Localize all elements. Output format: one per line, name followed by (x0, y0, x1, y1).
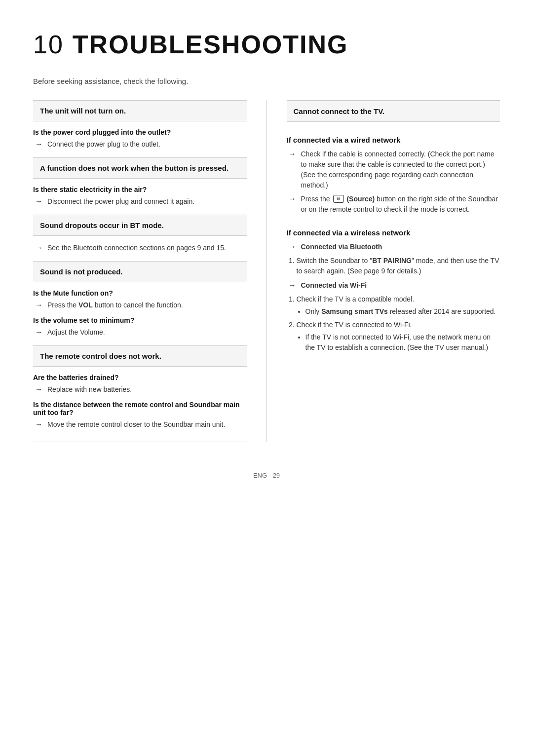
section-body-cannot-connect: If connected via a wired network → Check… (287, 122, 500, 358)
wireless-section-title: If connected via a wireless network (287, 222, 500, 237)
section-body-remote: Are the batteries drained? → Replace wit… (33, 367, 247, 438)
source-icon: ⊟ (333, 195, 344, 203)
section-body-sound-dropouts: → See the Bluetooth connection sections … (33, 236, 247, 261)
arrow-text-move-remote: Move the remote control closer to the So… (47, 419, 225, 430)
section-remote-not-work: The remote control does not work. Are th… (33, 345, 247, 438)
right-column: Cannot connect to the TV. If connected v… (267, 100, 500, 442)
subsection-title-power-cord: Is the power cord plugged into the outle… (33, 128, 247, 136)
arrow-icon: → (289, 150, 296, 158)
wifi-step-1: Check if the TV is a compatible model. O… (297, 294, 500, 317)
subsection-volume-minimum: Is the volume set to minimum? → Adjust t… (33, 316, 247, 338)
section-sound-not-produced: Sound is not produced. Is the Mute funct… (33, 261, 247, 345)
section-cannot-connect: Cannot connect to the TV. If connected v… (287, 100, 500, 358)
arrow-text-check-cable: Check if the cable is connected correctl… (301, 149, 500, 190)
arrow-item-adjust-volume: → Adjust the Volume. (33, 327, 247, 338)
wifi-bullet-2: If the TV is not connected to Wi-Fi, use… (305, 332, 500, 353)
footer: ENG - 29 (33, 472, 500, 479)
arrow-item-wifi-label: → Connected via Wi-Fi (287, 280, 500, 291)
arrow-item-disconnect-power: → Disconnect the power plug and connect … (33, 196, 247, 207)
section-header-remote: The remote control does not work. (33, 346, 247, 367)
arrow-icon: → (289, 281, 296, 289)
section-sound-dropouts: Sound dropouts occur in BT mode. → See t… (33, 215, 247, 261)
arrow-icon: → (35, 140, 42, 148)
page-title: 10TROUBLESHOOTING (33, 30, 500, 59)
wifi-connection-label: Connected via Wi-Fi (301, 280, 367, 291)
bluetooth-step-1: Switch the Soundbar to "BT PAIRING" mode… (297, 256, 500, 276)
subsection-title-volume: Is the volume set to minimum? (33, 316, 247, 324)
section-header-sound-dropouts: Sound dropouts occur in BT mode. (33, 215, 247, 236)
page-number: ENG - 29 (253, 472, 280, 479)
arrow-text-connect-power: Connect the power plug to the outlet. (47, 139, 160, 150)
intro-text: Before seeking assistance, check the fol… (33, 77, 500, 85)
wifi-step-2-bullets: If the TV is not connected to Wi-Fi, use… (297, 332, 500, 353)
arrow-text-adjust-volume: Adjust the Volume. (47, 327, 105, 338)
wired-section: If connected via a wired network → Check… (287, 129, 500, 215)
subsection-mute: Is the Mute function on? → Press the VOL… (33, 289, 247, 310)
arrow-item-vol: → Press the VOL button to cancel the fun… (33, 300, 247, 310)
section-function-not-work: A function does not work when the button… (33, 157, 247, 215)
wifi-step-2: Check if the TV is connected to Wi-Fi. I… (297, 320, 500, 353)
arrow-item-move-remote: → Move the remote control closer to the … (33, 419, 247, 430)
wireless-section: If connected via a wireless network → Co… (287, 222, 500, 353)
arrow-icon: → (289, 242, 296, 251)
arrow-item-replace-batteries: → Replace with new batteries. (33, 384, 247, 395)
arrow-text-source-button: Press the ⊟ (Source) button on the right… (301, 194, 500, 215)
section-header-function: A function does not work when the button… (33, 158, 247, 179)
subsection-distance: Is the distance between the remote contr… (33, 401, 247, 430)
main-columns: The unit will not turn on. Is the power … (33, 100, 500, 442)
arrow-icon: → (35, 420, 42, 428)
arrow-text-replace-batteries: Replace with new batteries. (47, 384, 132, 395)
section-body-sound-not-produced: Is the Mute function on? → Press the VOL… (33, 282, 247, 345)
arrow-text-disconnect-power: Disconnect the power plug and connect it… (47, 196, 194, 207)
arrow-icon: → (35, 385, 42, 393)
section-header-cannot-connect: Cannot connect to the TV. (287, 101, 500, 122)
arrow-icon: → (35, 328, 42, 336)
wifi-numbered-list: Check if the TV is a compatible model. O… (287, 294, 500, 353)
arrow-item-connect-power: → Connect the power plug to the outlet. (33, 139, 247, 150)
subsection-title-mute: Is the Mute function on? (33, 289, 247, 297)
arrow-item-bluetooth: → See the Bluetooth connection sections … (33, 243, 247, 253)
chapter-number: 10 (33, 30, 64, 59)
section-header-unit: The unit will not turn on. (33, 101, 247, 121)
subsection-batteries: Are the batteries drained? → Replace wit… (33, 374, 247, 395)
subsection-power-cord: Is the power cord plugged into the outle… (33, 128, 247, 150)
subsection-title-distance: Is the distance between the remote contr… (33, 401, 247, 416)
subsection-title-batteries: Are the batteries drained? (33, 374, 247, 381)
wired-section-title: If connected via a wired network (287, 129, 500, 144)
arrow-icon: → (35, 243, 42, 252)
arrow-item-source-button: → Press the ⊟ (Source) button on the rig… (287, 194, 500, 215)
section-unit-wont-turn-on: The unit will not turn on. Is the power … (33, 100, 247, 157)
subsection-title-static: Is there static electricity in the air? (33, 186, 247, 193)
arrow-icon: → (35, 197, 42, 205)
section-body-unit: Is the power cord plugged into the outle… (33, 121, 247, 157)
arrow-item-check-cable: → Check if the cable is connected correc… (287, 149, 500, 190)
left-column: The unit will not turn on. Is the power … (33, 100, 267, 442)
bluetooth-connection-label: Connected via Bluetooth (301, 242, 382, 252)
wifi-bullet-1: Only Samsung smart TVs released after 20… (305, 306, 500, 317)
arrow-text-vol: Press the VOL button to cancel the funct… (47, 300, 183, 310)
arrow-icon: → (289, 194, 296, 203)
arrow-text-bluetooth: See the Bluetooth connection sections on… (47, 243, 226, 253)
wifi-step-1-bullets: Only Samsung smart TVs released after 20… (297, 306, 500, 317)
subsection-static: Is there static electricity in the air? … (33, 186, 247, 207)
title-text: TROUBLESHOOTING (73, 30, 348, 59)
subsection-bluetooth: → See the Bluetooth connection sections … (33, 243, 247, 253)
bluetooth-numbered-list: Switch the Soundbar to "BT PAIRING" mode… (287, 256, 500, 276)
arrow-item-bluetooth-label: → Connected via Bluetooth (287, 242, 500, 252)
section-body-function: Is there static electricity in the air? … (33, 179, 247, 215)
section-header-sound-not-produced: Sound is not produced. (33, 262, 247, 282)
arrow-icon: → (35, 301, 42, 309)
